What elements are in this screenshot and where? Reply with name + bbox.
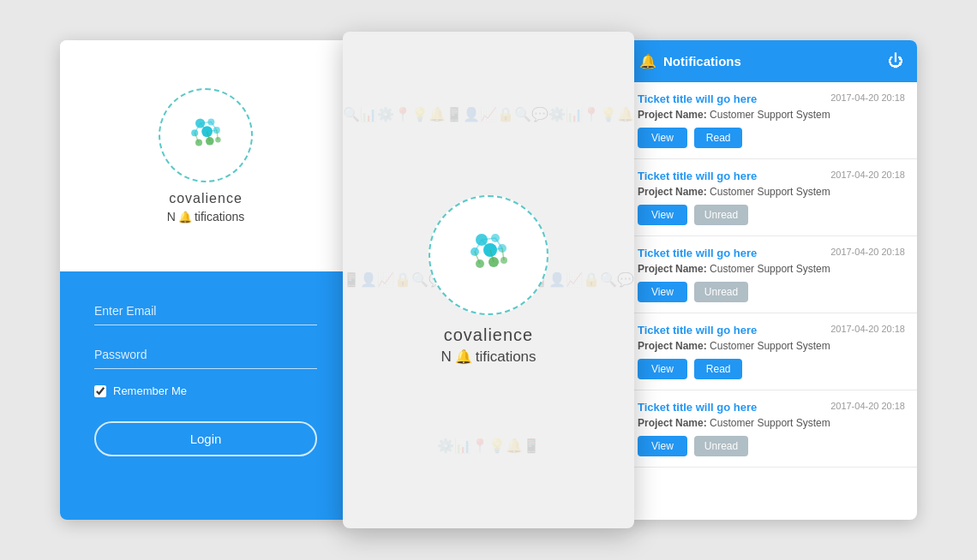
login-button[interactable]: Login (94, 421, 317, 456)
unread-button[interactable]: Unread (694, 282, 748, 302)
notification-item: Ticket title will go here 2017-04-20 20:… (626, 390, 917, 468)
notif-project-label: Project Name: (638, 263, 707, 275)
view-button[interactable]: View (638, 282, 687, 302)
notification-item: Ticket title will go here 2017-04-20 20:… (626, 159, 917, 236)
notif-project-value: Customer Support System (710, 186, 830, 198)
password-input[interactable] (94, 341, 317, 369)
login-subtitle-prefix: N (167, 210, 176, 223)
notif-title: Ticket title will go here (638, 401, 757, 414)
remember-label: Remember Me (113, 384, 187, 397)
notif-time: 2017-04-20 20:18 (830, 170, 905, 180)
notif-title: Ticket title will go here (638, 170, 757, 182)
bell-header-icon: 🔔 (639, 53, 656, 69)
splash-brand-name: covalience (444, 325, 534, 345)
remember-checkbox[interactable] (94, 385, 106, 397)
notif-project-label: Project Name: (638, 340, 707, 352)
splash-bell-icon: 🔔 (455, 349, 472, 365)
login-subtitle-suffix: tifications (195, 210, 244, 223)
notifications-header-left: 🔔 Notifications (639, 53, 741, 69)
view-button[interactable]: View (638, 359, 687, 379)
notif-title: Ticket title will go here (638, 324, 757, 337)
notif-project: Project Name: Customer Support System (638, 263, 905, 275)
view-button[interactable]: View (638, 436, 687, 456)
notif-item-top: Ticket title will go here 2017-04-20 20:… (638, 92, 905, 105)
svg-point-6 (206, 137, 214, 146)
splash-logo-circle (429, 195, 548, 315)
splash-subtitle-suffix: tifications (476, 349, 536, 366)
notif-actions: View Unread (638, 436, 905, 456)
remember-me-row: Remember Me (94, 384, 317, 397)
unread-button[interactable]: Unread (694, 205, 748, 225)
login-logo-circle (159, 88, 253, 182)
notif-project-label: Project Name: (638, 417, 707, 429)
splash-screen: 🔍📊⚙️📍💡 🔔📱👤📈🔒 🔍💬⚙️📊📍 💡🔔📱👤📈 🔒🔍💬⚙️📊 📍💡🔔📱👤 📈… (343, 32, 634, 528)
notif-project-value: Customer Support System (710, 417, 830, 429)
view-button[interactable]: View (638, 205, 687, 225)
notif-actions: View Unread (638, 282, 905, 302)
view-button[interactable]: View (638, 128, 687, 148)
splash-brand-subtitle: N 🔔 tifications (441, 349, 536, 366)
notif-project: Project Name: Customer Support System (638, 340, 905, 352)
login-top: covalience N 🔔 tifications (60, 40, 351, 271)
notif-time: 2017-04-20 20:18 (830, 401, 905, 411)
notif-item-top: Ticket title will go here 2017-04-20 20:… (638, 401, 905, 414)
notif-project-value: Customer Support System (710, 340, 830, 352)
notif-project-value: Customer Support System (710, 109, 830, 121)
login-screen: covalience N 🔔 tifications Remember Me L… (60, 40, 351, 520)
splash-subtitle-prefix: N (441, 349, 451, 366)
splash-logo-icon (463, 231, 514, 278)
notif-project-label: Project Name: (638, 109, 707, 121)
notifications-title: Notifications (663, 54, 741, 69)
notif-time: 2017-04-20 20:18 (830, 247, 905, 257)
notif-item-top: Ticket title will go here 2017-04-20 20:… (638, 170, 905, 182)
notif-time: 2017-04-20 20:18 (830, 324, 905, 334)
login-brand-name: covalience (169, 191, 243, 206)
power-icon[interactable]: ⏻ (888, 52, 903, 70)
notif-actions: View Read (638, 359, 905, 379)
notif-item-top: Ticket title will go here 2017-04-20 20:… (638, 247, 905, 259)
notif-title: Ticket title will go here (638, 92, 757, 105)
login-logo-icon (185, 116, 226, 154)
screens-container: covalience N 🔔 tifications Remember Me L… (60, 23, 917, 537)
notifications-header: 🔔 Notifications ⏻ (626, 40, 917, 82)
notif-time: 2017-04-20 20:18 (830, 92, 905, 103)
notif-project: Project Name: Customer Support System (638, 417, 905, 429)
login-logo-area: covalience N 🔔 tifications (159, 88, 253, 223)
read-button[interactable]: Read (694, 128, 743, 148)
notification-item: Ticket title will go here 2017-04-20 20:… (626, 236, 917, 313)
login-form: Remember Me Login (60, 271, 351, 520)
notif-actions: View Read (638, 128, 905, 148)
email-input[interactable] (94, 297, 317, 325)
notifications-list: Ticket title will go here 2017-04-20 20:… (626, 82, 917, 520)
notification-item: Ticket title will go here 2017-04-20 20:… (626, 82, 917, 159)
notif-project-label: Project Name: (638, 186, 707, 198)
notification-item: Ticket title will go here 2017-04-20 20:… (626, 313, 917, 390)
login-bell-icon: 🔔 (178, 211, 192, 223)
splash-logo-area: covalience N 🔔 tifications (429, 195, 548, 366)
notif-item-top: Ticket title will go here 2017-04-20 20:… (638, 324, 905, 337)
notif-title: Ticket title will go here (638, 247, 757, 259)
notif-project-value: Customer Support System (710, 263, 830, 275)
login-brand-subtitle: N 🔔 tifications (167, 210, 244, 223)
notif-project: Project Name: Customer Support System (638, 109, 905, 121)
notif-project: Project Name: Customer Support System (638, 186, 905, 198)
unread-button[interactable]: Unread (694, 436, 748, 456)
read-button[interactable]: Read (694, 359, 743, 379)
notifications-screen: 🔔 Notifications ⏻ Ticket title will go h… (626, 40, 917, 520)
notif-actions: View Unread (638, 205, 905, 225)
